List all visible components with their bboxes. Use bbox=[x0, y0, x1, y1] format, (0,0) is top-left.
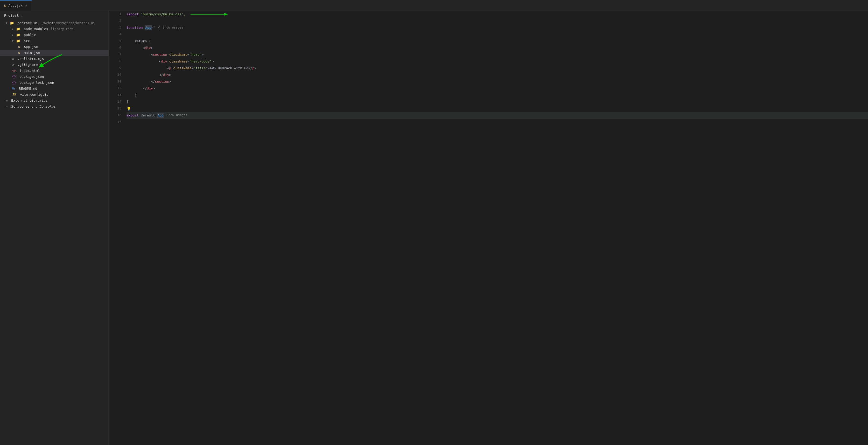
token-function: function bbox=[126, 25, 143, 31]
token-hero: "hero" bbox=[189, 52, 202, 58]
tree-label-node: node_modules bbox=[22, 27, 48, 31]
tree-item-package-json[interactable]: {} package.json bbox=[0, 73, 108, 80]
token-gt12: > bbox=[153, 86, 155, 91]
folder-icon-public: 📁 bbox=[16, 33, 20, 37]
ln-12: 12 bbox=[109, 85, 124, 92]
file-icon-eslintrc: ◉ bbox=[12, 57, 14, 61]
token-brace14: } bbox=[126, 99, 129, 105]
code-line-7: < section className = "hero" > bbox=[126, 51, 868, 58]
code-line-9: < p className = "title" >AWS Bedrock wit… bbox=[126, 65, 868, 71]
tree-label-vite-config: vite.config.js bbox=[18, 93, 48, 96]
ln-15: 15 bbox=[109, 105, 124, 112]
code-lines: import 'bulma/css/bulma.css'; function bbox=[124, 11, 868, 445]
tree-item-scratches[interactable]: ≡ Scratches and Consoles bbox=[0, 103, 108, 110]
token-lt8: < bbox=[159, 59, 161, 64]
ln-7: 7 bbox=[109, 51, 124, 58]
tree-label-public: public bbox=[22, 33, 36, 37]
token-lt7: < bbox=[151, 52, 153, 58]
folder-icon-node: 📁 bbox=[16, 27, 20, 31]
file-icon-html: <> bbox=[12, 69, 16, 72]
tree-item-external-libraries[interactable]: ⊞ External Libraries bbox=[0, 97, 108, 103]
tree-item-main-jsx[interactable]: ⚙ main.jsx bbox=[0, 50, 108, 56]
expand-icon-src: ▼ bbox=[12, 39, 13, 42]
tree-item-label: bedrock_ui bbox=[16, 21, 38, 25]
token-classname8: className bbox=[169, 59, 187, 64]
token-lt11: </ bbox=[151, 79, 155, 85]
token-eq8: = bbox=[187, 59, 189, 64]
expand-icon-public: ▶ bbox=[12, 33, 13, 36]
file-icon-pkg-json: {} bbox=[12, 75, 16, 79]
token-div8: div bbox=[161, 59, 167, 64]
tree-label-index-html: index.html bbox=[18, 69, 40, 72]
code-line-14: } bbox=[126, 98, 868, 105]
tree-item-bedrock-ui[interactable]: ▼ 📁 bedrock_ui ~/WebstormProjects/bedroc… bbox=[0, 20, 108, 26]
file-icon-gitignore: ⊘ bbox=[12, 63, 14, 67]
token-fn-paren: () { bbox=[152, 25, 160, 31]
tab-close-button[interactable]: × bbox=[25, 3, 28, 8]
token-eq7: = bbox=[187, 52, 189, 58]
library-icon: ⊞ bbox=[6, 99, 7, 102]
token-lt9: < bbox=[167, 66, 169, 71]
token-div12: div bbox=[147, 86, 153, 91]
code-line-17 bbox=[126, 119, 868, 125]
green-arrow-line bbox=[191, 12, 232, 17]
code-line-12: </ div > bbox=[126, 85, 868, 92]
tab-bar: ⚙ App.jsx × bbox=[0, 0, 868, 11]
token-indent8 bbox=[126, 59, 159, 64]
token-section: section bbox=[153, 52, 167, 58]
ln-13: 13 bbox=[109, 92, 124, 98]
code-line-4 bbox=[126, 31, 868, 38]
editor: 1 2 3 4 5 6 7 8 9 10 11 12 13 14 15 16 1… bbox=[109, 11, 868, 445]
tree-item-node-modules[interactable]: ▶ 📁 node_modules library root bbox=[0, 26, 108, 32]
code-line-5: return ( bbox=[126, 38, 868, 44]
token-eq9: = bbox=[191, 66, 193, 71]
code-line-16: export default App Show usages bbox=[126, 112, 868, 119]
scratches-icon: ≡ bbox=[6, 105, 7, 109]
tree-item-src[interactable]: ▼ 📁 src bbox=[0, 38, 108, 44]
tree-item-package-lock-json[interactable]: {} package-lock.json bbox=[0, 80, 108, 86]
token-lt10: </ bbox=[159, 72, 163, 78]
svg-marker-1 bbox=[224, 13, 228, 16]
token-p9: p bbox=[169, 66, 171, 71]
tree-label-main-jsx: main.jsx bbox=[22, 51, 40, 55]
file-icon-app-jsx: ⚙ bbox=[18, 45, 20, 49]
lightbulb-icon[interactable]: 💡 bbox=[126, 106, 131, 112]
line-numbers: 1 2 3 4 5 6 7 8 9 10 11 12 13 14 15 16 1… bbox=[109, 11, 124, 445]
token-lt6: < bbox=[143, 46, 145, 51]
ln-4: 4 bbox=[109, 31, 124, 38]
token-title: "title" bbox=[193, 66, 208, 71]
ln-14: 14 bbox=[109, 98, 124, 105]
token-app-fn: App bbox=[145, 25, 152, 31]
token-gt8: > bbox=[212, 59, 214, 64]
token-return: return ( bbox=[126, 39, 151, 44]
show-usages-16[interactable]: Show usages bbox=[167, 113, 187, 118]
tree-item-index-html[interactable]: <> index.html bbox=[0, 68, 108, 73]
file-icon-pkg-lock: {} bbox=[12, 81, 16, 85]
ln-1: 1 bbox=[109, 11, 124, 18]
tree-item-eslintrc[interactable]: ◉ .eslintrc.cjs bbox=[0, 56, 108, 62]
expand-icon-node: ▶ bbox=[12, 28, 13, 30]
green-arrow-annotation bbox=[191, 12, 232, 17]
token-classname9: className bbox=[173, 66, 191, 71]
token-bulma-str: 'bulma/css/bulma.css'; bbox=[139, 12, 185, 17]
show-usages-3[interactable]: Show usages bbox=[162, 25, 183, 30]
tree-item-public[interactable]: ▶ 📁 public bbox=[0, 32, 108, 38]
code-line-1: import 'bulma/css/bulma.css'; bbox=[126, 11, 868, 18]
tree-item-readme[interactable]: M↓ README.md bbox=[0, 86, 108, 92]
tab-label: App.jsx bbox=[8, 4, 23, 7]
tree-item-vite-config[interactable]: JS vite.config.js bbox=[0, 92, 108, 97]
token-import: import bbox=[126, 12, 139, 17]
code-line-8: < div className = "hero-body" > bbox=[126, 58, 868, 65]
file-icon-main-jsx: ⚙ bbox=[18, 51, 20, 55]
tree-item-app-jsx[interactable]: ⚙ App.jsx bbox=[0, 44, 108, 50]
tree-item-gitignore[interactable]: ⊘ .gitignore bbox=[0, 62, 108, 68]
code-line-15: 💡 bbox=[126, 105, 868, 112]
tab-app-jsx[interactable]: ⚙ App.jsx × bbox=[0, 0, 32, 11]
token-sp7 bbox=[167, 52, 169, 58]
tree-label-src: src bbox=[22, 39, 30, 43]
token-sp8 bbox=[167, 59, 169, 64]
ln-11: 11 bbox=[109, 78, 124, 85]
sidebar-chevron[interactable]: ⌄ bbox=[21, 14, 22, 17]
code-line-3: function App () { Show usages bbox=[126, 24, 868, 31]
code-area[interactable]: 1 2 3 4 5 6 7 8 9 10 11 12 13 14 15 16 1… bbox=[109, 11, 868, 445]
